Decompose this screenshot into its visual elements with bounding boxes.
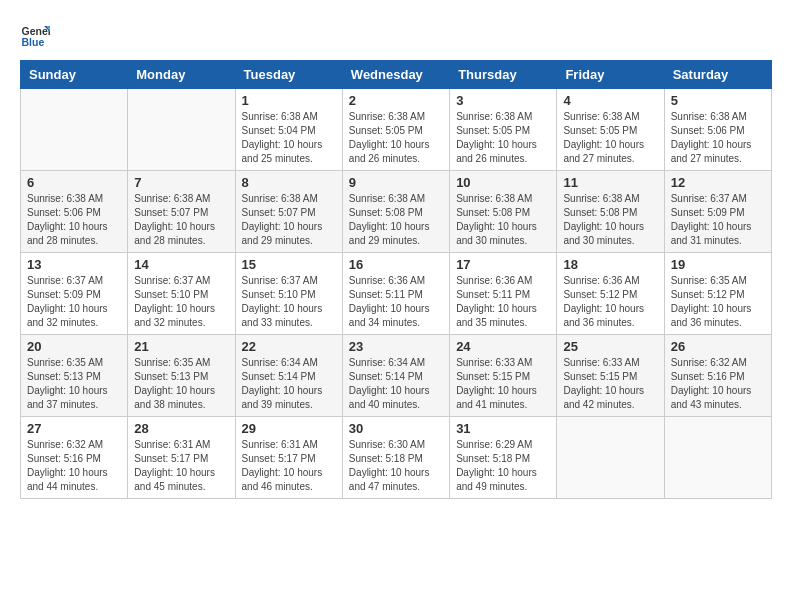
- day-number: 10: [456, 175, 550, 190]
- day-number: 6: [27, 175, 121, 190]
- day-number: 16: [349, 257, 443, 272]
- calendar-table: SundayMondayTuesdayWednesdayThursdayFrid…: [20, 60, 772, 499]
- day-info: Sunrise: 6:36 AM Sunset: 5:11 PM Dayligh…: [456, 274, 550, 330]
- calendar-cell: 10Sunrise: 6:38 AM Sunset: 5:08 PM Dayli…: [450, 171, 557, 253]
- day-info: Sunrise: 6:35 AM Sunset: 5:13 PM Dayligh…: [134, 356, 228, 412]
- day-info: Sunrise: 6:35 AM Sunset: 5:12 PM Dayligh…: [671, 274, 765, 330]
- day-info: Sunrise: 6:38 AM Sunset: 5:06 PM Dayligh…: [27, 192, 121, 248]
- calendar-cell: 19Sunrise: 6:35 AM Sunset: 5:12 PM Dayli…: [664, 253, 771, 335]
- day-number: 24: [456, 339, 550, 354]
- calendar-cell: 25Sunrise: 6:33 AM Sunset: 5:15 PM Dayli…: [557, 335, 664, 417]
- calendar-week-row: 27Sunrise: 6:32 AM Sunset: 5:16 PM Dayli…: [21, 417, 772, 499]
- day-info: Sunrise: 6:38 AM Sunset: 5:08 PM Dayligh…: [349, 192, 443, 248]
- svg-text:Blue: Blue: [22, 36, 45, 48]
- calendar-header-row: SundayMondayTuesdayWednesdayThursdayFrid…: [21, 61, 772, 89]
- day-number: 19: [671, 257, 765, 272]
- logo-icon: General Blue: [20, 20, 50, 50]
- day-info: Sunrise: 6:32 AM Sunset: 5:16 PM Dayligh…: [671, 356, 765, 412]
- logo: General Blue: [20, 20, 54, 50]
- calendar-cell: 26Sunrise: 6:32 AM Sunset: 5:16 PM Dayli…: [664, 335, 771, 417]
- day-number: 20: [27, 339, 121, 354]
- day-info: Sunrise: 6:37 AM Sunset: 5:09 PM Dayligh…: [671, 192, 765, 248]
- day-number: 28: [134, 421, 228, 436]
- day-info: Sunrise: 6:38 AM Sunset: 5:07 PM Dayligh…: [242, 192, 336, 248]
- day-number: 30: [349, 421, 443, 436]
- calendar-cell: 8Sunrise: 6:38 AM Sunset: 5:07 PM Daylig…: [235, 171, 342, 253]
- day-number: 9: [349, 175, 443, 190]
- day-number: 26: [671, 339, 765, 354]
- calendar-cell: 22Sunrise: 6:34 AM Sunset: 5:14 PM Dayli…: [235, 335, 342, 417]
- calendar-header-thursday: Thursday: [450, 61, 557, 89]
- page-header: General Blue: [20, 20, 772, 50]
- day-info: Sunrise: 6:38 AM Sunset: 5:05 PM Dayligh…: [563, 110, 657, 166]
- day-info: Sunrise: 6:31 AM Sunset: 5:17 PM Dayligh…: [134, 438, 228, 494]
- calendar-header-saturday: Saturday: [664, 61, 771, 89]
- calendar-cell: 28Sunrise: 6:31 AM Sunset: 5:17 PM Dayli…: [128, 417, 235, 499]
- day-number: 14: [134, 257, 228, 272]
- day-number: 18: [563, 257, 657, 272]
- calendar-cell: 15Sunrise: 6:37 AM Sunset: 5:10 PM Dayli…: [235, 253, 342, 335]
- day-info: Sunrise: 6:30 AM Sunset: 5:18 PM Dayligh…: [349, 438, 443, 494]
- calendar-header-tuesday: Tuesday: [235, 61, 342, 89]
- calendar-cell: 27Sunrise: 6:32 AM Sunset: 5:16 PM Dayli…: [21, 417, 128, 499]
- calendar-cell: [557, 417, 664, 499]
- calendar-header-monday: Monday: [128, 61, 235, 89]
- calendar-cell: 21Sunrise: 6:35 AM Sunset: 5:13 PM Dayli…: [128, 335, 235, 417]
- day-info: Sunrise: 6:37 AM Sunset: 5:10 PM Dayligh…: [242, 274, 336, 330]
- day-info: Sunrise: 6:35 AM Sunset: 5:13 PM Dayligh…: [27, 356, 121, 412]
- day-number: 17: [456, 257, 550, 272]
- calendar-cell: 11Sunrise: 6:38 AM Sunset: 5:08 PM Dayli…: [557, 171, 664, 253]
- calendar-cell: 14Sunrise: 6:37 AM Sunset: 5:10 PM Dayli…: [128, 253, 235, 335]
- day-number: 2: [349, 93, 443, 108]
- calendar-week-row: 13Sunrise: 6:37 AM Sunset: 5:09 PM Dayli…: [21, 253, 772, 335]
- day-number: 13: [27, 257, 121, 272]
- day-info: Sunrise: 6:29 AM Sunset: 5:18 PM Dayligh…: [456, 438, 550, 494]
- day-info: Sunrise: 6:37 AM Sunset: 5:10 PM Dayligh…: [134, 274, 228, 330]
- day-number: 12: [671, 175, 765, 190]
- calendar-header-friday: Friday: [557, 61, 664, 89]
- day-info: Sunrise: 6:38 AM Sunset: 5:04 PM Dayligh…: [242, 110, 336, 166]
- calendar-cell: 30Sunrise: 6:30 AM Sunset: 5:18 PM Dayli…: [342, 417, 449, 499]
- day-number: 5: [671, 93, 765, 108]
- day-number: 27: [27, 421, 121, 436]
- calendar-cell: 5Sunrise: 6:38 AM Sunset: 5:06 PM Daylig…: [664, 89, 771, 171]
- day-info: Sunrise: 6:38 AM Sunset: 5:05 PM Dayligh…: [349, 110, 443, 166]
- calendar-cell: 23Sunrise: 6:34 AM Sunset: 5:14 PM Dayli…: [342, 335, 449, 417]
- calendar-cell: 18Sunrise: 6:36 AM Sunset: 5:12 PM Dayli…: [557, 253, 664, 335]
- day-number: 29: [242, 421, 336, 436]
- calendar-cell: 29Sunrise: 6:31 AM Sunset: 5:17 PM Dayli…: [235, 417, 342, 499]
- calendar-header-sunday: Sunday: [21, 61, 128, 89]
- calendar-cell: 20Sunrise: 6:35 AM Sunset: 5:13 PM Dayli…: [21, 335, 128, 417]
- day-number: 21: [134, 339, 228, 354]
- calendar-cell: 13Sunrise: 6:37 AM Sunset: 5:09 PM Dayli…: [21, 253, 128, 335]
- calendar-cell: 1Sunrise: 6:38 AM Sunset: 5:04 PM Daylig…: [235, 89, 342, 171]
- day-info: Sunrise: 6:33 AM Sunset: 5:15 PM Dayligh…: [563, 356, 657, 412]
- day-number: 31: [456, 421, 550, 436]
- day-info: Sunrise: 6:38 AM Sunset: 5:08 PM Dayligh…: [563, 192, 657, 248]
- day-info: Sunrise: 6:36 AM Sunset: 5:12 PM Dayligh…: [563, 274, 657, 330]
- day-info: Sunrise: 6:33 AM Sunset: 5:15 PM Dayligh…: [456, 356, 550, 412]
- calendar-week-row: 1Sunrise: 6:38 AM Sunset: 5:04 PM Daylig…: [21, 89, 772, 171]
- calendar-cell: 9Sunrise: 6:38 AM Sunset: 5:08 PM Daylig…: [342, 171, 449, 253]
- calendar-cell: [21, 89, 128, 171]
- day-number: 22: [242, 339, 336, 354]
- calendar-header-wednesday: Wednesday: [342, 61, 449, 89]
- day-number: 7: [134, 175, 228, 190]
- calendar-cell: 17Sunrise: 6:36 AM Sunset: 5:11 PM Dayli…: [450, 253, 557, 335]
- calendar-cell: [664, 417, 771, 499]
- day-info: Sunrise: 6:36 AM Sunset: 5:11 PM Dayligh…: [349, 274, 443, 330]
- day-info: Sunrise: 6:31 AM Sunset: 5:17 PM Dayligh…: [242, 438, 336, 494]
- day-info: Sunrise: 6:38 AM Sunset: 5:05 PM Dayligh…: [456, 110, 550, 166]
- calendar-cell: [128, 89, 235, 171]
- day-info: Sunrise: 6:37 AM Sunset: 5:09 PM Dayligh…: [27, 274, 121, 330]
- day-number: 3: [456, 93, 550, 108]
- day-number: 8: [242, 175, 336, 190]
- calendar-cell: 2Sunrise: 6:38 AM Sunset: 5:05 PM Daylig…: [342, 89, 449, 171]
- day-info: Sunrise: 6:38 AM Sunset: 5:08 PM Dayligh…: [456, 192, 550, 248]
- calendar-cell: 7Sunrise: 6:38 AM Sunset: 5:07 PM Daylig…: [128, 171, 235, 253]
- day-info: Sunrise: 6:38 AM Sunset: 5:06 PM Dayligh…: [671, 110, 765, 166]
- calendar-cell: 3Sunrise: 6:38 AM Sunset: 5:05 PM Daylig…: [450, 89, 557, 171]
- day-number: 25: [563, 339, 657, 354]
- calendar-cell: 16Sunrise: 6:36 AM Sunset: 5:11 PM Dayli…: [342, 253, 449, 335]
- day-info: Sunrise: 6:38 AM Sunset: 5:07 PM Dayligh…: [134, 192, 228, 248]
